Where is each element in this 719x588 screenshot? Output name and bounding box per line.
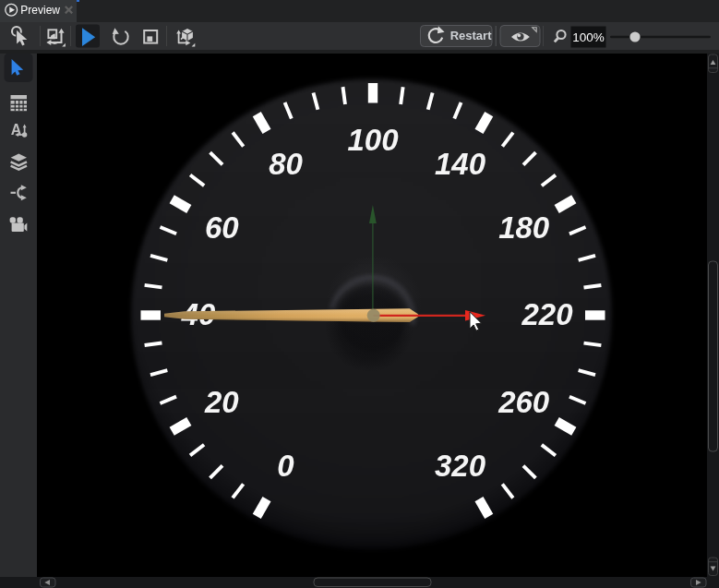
svg-text:140: 140 (435, 147, 486, 181)
svg-text:Preview: Preview (20, 4, 60, 17)
svg-text:60: 60 (205, 210, 239, 245)
svg-text:220: 220 (521, 297, 573, 331)
svg-text:20: 20 (204, 385, 239, 419)
svg-text:80: 80 (269, 147, 303, 181)
svg-text:0: 0 (277, 449, 294, 483)
svg-text:100%: 100% (572, 30, 605, 44)
svg-text:Restart: Restart (450, 29, 492, 42)
svg-text:180: 180 (498, 210, 550, 245)
svg-text:320: 320 (435, 449, 486, 483)
svg-text:100: 100 (347, 123, 399, 157)
svg-text:260: 260 (497, 385, 550, 419)
